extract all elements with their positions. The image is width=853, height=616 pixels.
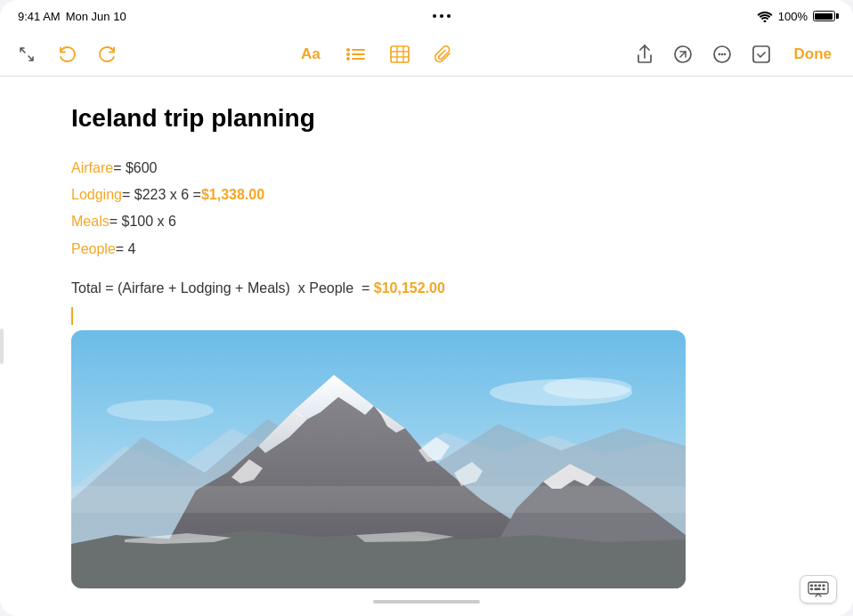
svg-point-16 [723, 53, 726, 55]
content-area: Iceland trip planning Airfare = $600 Lod… [0, 77, 853, 616]
var-result-lodging: $1,338.00 [201, 182, 264, 208]
battery-fill [815, 13, 833, 20]
var-eq-airfare: = $600 [113, 155, 157, 182]
checklist-button[interactable] [748, 41, 775, 68]
variable-people: People = 4 [71, 236, 808, 263]
svg-point-3 [346, 57, 350, 61]
svg-rect-7 [391, 46, 409, 62]
formula-result: $10,152.00 [370, 280, 445, 296]
formula-text: Total = (Airfare + Lodging + Meals) x Pe… [71, 280, 370, 296]
variable-lodging: Lodging = $223 x 6 = $1,338.00 [71, 182, 808, 208]
list-button[interactable] [342, 43, 369, 66]
svg-point-22 [107, 400, 214, 421]
format-button[interactable]: Aa [297, 42, 324, 67]
svg-point-1 [346, 48, 350, 52]
iceland-mountain-image[interactable] [71, 330, 686, 588]
svg-point-14 [718, 53, 720, 55]
toolbar: Aa [0, 32, 853, 77]
toolbar-center: Aa [121, 41, 632, 68]
var-name-meals: Meals [71, 208, 110, 235]
svg-rect-19 [71, 486, 686, 513]
attach-button[interactable] [431, 41, 456, 68]
dot2 [440, 14, 443, 18]
svg-rect-28 [810, 588, 813, 591]
markup-button[interactable] [670, 41, 696, 68]
var-name-lodging: Lodging [71, 182, 122, 208]
svg-rect-27 [823, 585, 825, 588]
collapse-button[interactable] [14, 42, 39, 67]
wifi-icon [757, 11, 773, 22]
more-button[interactable] [709, 41, 735, 68]
status-bar-right: 100% [757, 10, 835, 23]
formula-line: Total = (Airfare + Lodging + Meals) x Pe… [71, 280, 808, 296]
status-time: 9:41 AM [18, 10, 61, 23]
var-eq-lodging: = $223 x 6 = [122, 182, 201, 208]
svg-rect-17 [753, 46, 769, 62]
svg-point-21 [543, 377, 632, 399]
share-button[interactable] [632, 41, 657, 68]
var-eq-people: = 4 [116, 236, 136, 263]
dot3 [447, 14, 451, 18]
toolbar-left [14, 41, 121, 68]
keyboard-toggle-button[interactable] [800, 575, 837, 604]
svg-rect-30 [823, 588, 825, 591]
variable-airfare: Airfare = $600 [71, 155, 808, 182]
svg-point-2 [346, 53, 350, 56]
scroll-indicator [373, 600, 480, 604]
svg-rect-26 [818, 585, 821, 588]
status-bar-left: 9:41 AM Mon Jun 10 [18, 10, 126, 23]
undo-button[interactable] [53, 41, 80, 68]
battery-icon [813, 11, 835, 21]
var-eq-meals: = $100 x 6 [110, 208, 176, 235]
done-button[interactable]: Done [787, 42, 840, 67]
dot1 [433, 14, 436, 18]
var-name-people: People [71, 236, 116, 263]
svg-rect-25 [815, 585, 817, 588]
var-name-airfare: Airfare [71, 155, 113, 182]
redo-button[interactable] [94, 41, 121, 68]
status-date: Mon Jun 10 [66, 10, 126, 23]
variables-section: Airfare = $600 Lodging = $223 x 6 = $1,3… [71, 155, 808, 263]
battery-percent: 100% [778, 10, 808, 23]
svg-point-0 [763, 20, 766, 22]
svg-rect-24 [810, 585, 813, 588]
text-cursor [71, 307, 73, 325]
svg-point-15 [720, 53, 723, 55]
status-bar-center [433, 14, 451, 18]
status-bar: 9:41 AM Mon Jun 10 100% [0, 0, 853, 32]
toolbar-right: Done [632, 41, 840, 68]
note-title[interactable]: Iceland trip planning [71, 103, 808, 134]
sidebar-handle [0, 328, 4, 364]
variable-meals: Meals = $100 x 6 [71, 208, 808, 235]
svg-rect-29 [815, 588, 821, 591]
table-button[interactable] [386, 42, 413, 67]
ipad-frame: 9:41 AM Mon Jun 10 100% [0, 0, 853, 616]
